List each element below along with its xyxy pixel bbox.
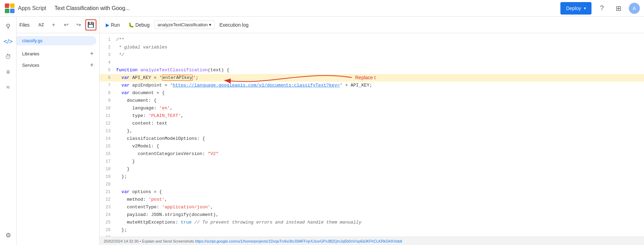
avatar-letter: A [633, 6, 636, 11]
code-line: 25 muteHttpExceptions: true // To preven… [100, 219, 644, 226]
code-line: 11 type: 'PLAIN_TEXT', [100, 112, 644, 120]
function-name: analyzeTextClassification [158, 22, 208, 27]
deploy-label: Deploy [566, 6, 581, 11]
tune-icon: ≈ [7, 84, 10, 91]
status-timestamp: 25/02/2024 14:32:30 • Explain and Send S… [104, 239, 194, 243]
code-line: 16 contentCategoriesVersion: "V2" [100, 150, 644, 158]
code-line: 23 contentType: 'application/json', [100, 203, 644, 211]
settings-icon: ⚙ [6, 232, 11, 239]
code-line-6: 6 var API_KEY = 'enterAPIkey'; [100, 74, 644, 82]
code-line: 10 language: 'en', [100, 105, 644, 112]
code-editor[interactable]: 1 /** 2 * global variables 3 */ 4 [100, 33, 644, 237]
status-bar: 25/02/2024 14:32:30 • Explain and Send S… [100, 237, 644, 245]
add-icon: + [52, 22, 55, 28]
exec-log-button[interactable]: Execution log [216, 20, 252, 30]
code-line: 3 */ [100, 51, 644, 59]
undo-button[interactable]: ↩ [60, 19, 72, 30]
help-icon: ? [600, 4, 604, 12]
code-line: 21 var options = { [100, 188, 644, 196]
redo-button[interactable]: ↪ [73, 19, 84, 30]
code-line: 1 /** [100, 36, 644, 44]
code-line: 5 function analyzeTextClassification(tex… [100, 66, 644, 74]
debug-icon: 🐛 [128, 22, 134, 28]
services-label: Services [22, 63, 39, 68]
clock-icon: ⏱ [5, 53, 11, 61]
files-label: Files [19, 22, 34, 28]
code-line: 24 payload: JSON.stringify(document), [100, 211, 644, 219]
code-line: 7 var apiEndpoint = 'https://language.go… [100, 82, 644, 89]
code-line: 26 }; [100, 226, 644, 234]
save-icon: 💾 [87, 21, 94, 28]
help-button[interactable]: ? [596, 2, 608, 15]
section-libraries[interactable]: Libraries + [17, 48, 99, 60]
code-line: 4 [100, 59, 644, 66]
status-url[interactable]: https://script.google.com/u/1/home/proje… [195, 239, 402, 243]
search-icon: ⚲ [6, 22, 10, 30]
app-title: Apps Script [18, 5, 46, 11]
file-item-classify[interactable]: classify.gs [17, 36, 96, 45]
topbar: S Apps Script Text Classification with G… [0, 0, 644, 17]
logo-area: S Apps Script [4, 3, 46, 14]
code-icon: </> [3, 38, 12, 45]
files-panel: Files AZ + ↩ ↪ 💾 classify.gs [17, 17, 100, 245]
redo-icon: ↪ [76, 21, 81, 28]
code-line: 18 } [100, 165, 644, 173]
libraries-label: Libraries [22, 51, 39, 56]
deploy-chevron-icon: ▾ [584, 6, 586, 11]
debug-button[interactable]: 🐛 Debug [125, 20, 153, 30]
section-services[interactable]: Services + [17, 60, 99, 71]
deploy-button[interactable]: Deploy ▾ [560, 2, 591, 15]
layers-icon: ≡ [6, 69, 10, 76]
function-chevron-icon: ▾ [209, 22, 211, 27]
sidebar-btn-clock[interactable]: ⏱ [1, 50, 15, 64]
action-bar: ▶ Run 🐛 Debug analyzeTextClassification … [100, 17, 644, 33]
save-button[interactable]: 💾 [85, 19, 96, 30]
files-toolbar: Files AZ + ↩ ↪ 💾 [17, 17, 99, 33]
function-selector[interactable]: analyzeTextClassification ▾ [154, 20, 215, 29]
run-button[interactable]: ▶ Run [102, 20, 123, 30]
icon-sidebar: ⚲ </> ⏱ ≡ ≈ ⚙ [0, 17, 17, 245]
sidebar-btn-code[interactable]: </> [1, 35, 15, 48]
doc-title: Text Classification with Goog... [55, 5, 130, 11]
undo-icon: ↩ [64, 21, 68, 28]
apps-script-logo: S [4, 3, 15, 14]
exec-log-label: Execution log [219, 22, 248, 28]
avatar[interactable]: A [629, 3, 640, 14]
svg-text:S: S [9, 5, 11, 10]
code-line: 14 classificationModelOptions: { [100, 135, 644, 143]
sort-az-button[interactable]: AZ [36, 19, 47, 30]
sidebar-btn-tune[interactable]: ≈ [1, 80, 15, 94]
services-add-icon: + [90, 62, 94, 69]
sidebar-btn-layers[interactable]: ≡ [1, 65, 15, 79]
code-line: 12 content: text [100, 120, 644, 127]
code-line: 13 }, [100, 127, 644, 135]
code-line: 22 method: 'post', [100, 196, 644, 203]
sidebar-btn-search[interactable]: ⚲ [1, 19, 15, 33]
libraries-add-icon: + [90, 50, 94, 57]
code-line: 8 var document = { [100, 89, 644, 97]
files-list: classify.gs [17, 33, 99, 48]
code-line: 19 }; [100, 173, 644, 181]
code-line: 17 } [100, 158, 644, 165]
code-line: 9 document: { [100, 97, 644, 105]
file-item-label: classify.gs [22, 38, 42, 43]
code-line: 15 v2Model: { [100, 143, 644, 150]
debug-label: Debug [135, 22, 150, 28]
grid-button[interactable]: ⊞ [612, 2, 625, 15]
add-file-button[interactable]: + [48, 19, 59, 30]
main-container: ⚲ </> ⏱ ≡ ≈ ⚙ Files AZ + ↩ [0, 17, 644, 245]
sidebar-btn-settings[interactable]: ⚙ [1, 228, 15, 242]
run-label: Run [111, 22, 120, 28]
run-icon: ▶ [106, 22, 110, 28]
code-line: 2 * global variables [100, 44, 644, 51]
code-line: 27 [100, 234, 644, 237]
sort-az-icon: AZ [38, 22, 44, 27]
code-line: 20 [100, 181, 644, 188]
code-area: 1 /** 2 * global variables 3 */ 4 [100, 33, 644, 237]
grid-icon: ⊞ [616, 4, 622, 12]
